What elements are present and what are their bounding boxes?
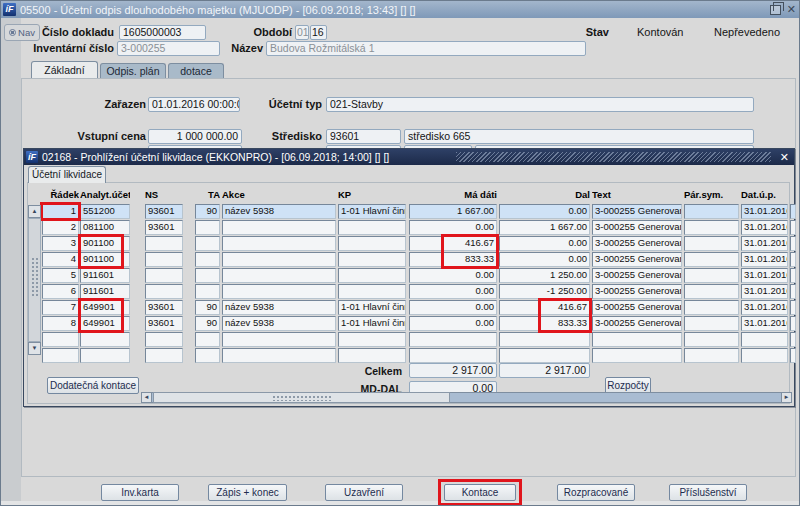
table-cell-ta[interactable] — [195, 332, 220, 347]
uzavreni-button[interactable]: Uzavření — [325, 484, 403, 501]
table-cell-parsym[interactable] — [684, 236, 739, 251]
zapis-konec-button[interactable]: Zápis + konec — [208, 484, 287, 501]
table-cell-text[interactable]: 3-000255 Generovaný — [592, 284, 682, 299]
table-cell-datup[interactable]: 31.01.2016 — [741, 300, 788, 315]
table-cell-ta[interactable]: 90 — [195, 316, 220, 331]
table-cell-datup[interactable] — [741, 348, 788, 363]
table-cell-akce[interactable] — [222, 284, 336, 299]
table-cell-partial[interactable] — [790, 284, 796, 299]
table-cell-parsym[interactable] — [684, 300, 739, 315]
table-cell-radek[interactable]: 8 — [42, 316, 79, 331]
dodatecna-kontace-button[interactable]: Dodatečná kontace — [47, 377, 139, 394]
zarazen-field[interactable]: 01.01.2016 00:00:01 — [148, 97, 240, 112]
tab-odpis-plan[interactable]: Odpis. plán — [100, 63, 166, 78]
table-cell-akce[interactable] — [222, 252, 336, 267]
table-cell-datup[interactable]: 31.01.2016 — [741, 220, 788, 235]
table-cell-parsym[interactable] — [684, 252, 739, 267]
tab-zakladni[interactable]: Základní — [31, 61, 98, 78]
table-cell-dal[interactable]: 0.00 — [499, 252, 590, 267]
table-cell-kp[interactable] — [338, 252, 406, 267]
table-cell-datup[interactable]: 31.01.2016 — [741, 316, 788, 331]
table-cell-ns[interactable]: 93601 — [145, 300, 183, 315]
table-cell-radek[interactable]: 5 — [42, 268, 79, 283]
tab-dotace[interactable]: dotace — [168, 63, 224, 78]
table-cell-partial[interactable] — [790, 300, 796, 315]
prislusenstvi-button[interactable]: Příslušenství — [669, 484, 747, 501]
table-cell-text[interactable]: 3-000255 Generovaný — [592, 204, 682, 219]
ucetni-typ-field[interactable]: 021-Stavby — [326, 97, 754, 112]
table-cell-analyt[interactable]: 911601 — [80, 268, 130, 283]
table-cell-partial[interactable] — [790, 252, 796, 267]
table-cell-kp[interactable] — [338, 220, 406, 235]
table-cell-akce[interactable] — [222, 348, 336, 363]
table-cell-radek[interactable] — [42, 332, 79, 347]
table-cell-ta[interactable] — [195, 268, 220, 283]
table-cell-akce[interactable]: název 5938 — [222, 316, 336, 331]
close-window-icon[interactable]: ✕ — [787, 2, 796, 16]
table-cell-madati[interactable] — [409, 332, 497, 347]
table-cell-parsym[interactable] — [684, 268, 739, 283]
obdobi-year-field[interactable]: 16 — [310, 25, 327, 40]
table-cell-parsym[interactable] — [684, 348, 739, 363]
tab-ucetni-likvidace[interactable]: Účetní likvidace — [28, 166, 106, 183]
table-cell-dal[interactable]: 0.00 — [499, 204, 590, 219]
table-cell-dal[interactable] — [499, 348, 590, 363]
table-cell-text[interactable]: 3-000255 Generovaný — [592, 316, 682, 331]
table-cell-radek[interactable]: 3 — [42, 236, 79, 251]
table-cell-partial[interactable] — [790, 268, 796, 283]
inv-karta-button[interactable]: Inv.karta — [101, 484, 179, 501]
cislo-dokladu-field[interactable]: 1605000003 — [119, 25, 206, 40]
rozpracovane-button[interactable]: Rozpracované — [557, 484, 635, 501]
table-cell-kp[interactable]: 1-01 Hlavní činn — [338, 204, 406, 219]
table-cell-ns[interactable] — [145, 348, 183, 363]
scroll-left-icon[interactable]: ◄ — [141, 392, 152, 403]
table-cell-datup[interactable] — [741, 332, 788, 347]
table-cell-ta[interactable] — [195, 284, 220, 299]
table-cell-ta[interactable] — [195, 220, 220, 235]
stredisko-code-field[interactable]: 93601 — [326, 129, 401, 144]
table-cell-kp[interactable] — [338, 236, 406, 251]
stredisko-name-field[interactable]: středisko 665 — [404, 129, 754, 144]
table-cell-ns[interactable] — [145, 252, 183, 267]
table-cell-kp[interactable]: 1-01 Hlavní činn — [338, 316, 406, 331]
scroll-right-icon[interactable]: ► — [781, 392, 792, 403]
table-cell-parsym[interactable] — [684, 204, 739, 219]
table-cell-datup[interactable]: 31.01.2016 — [741, 204, 788, 219]
scroll-down-icon[interactable]: ▼ — [28, 342, 41, 355]
table-cell-radek[interactable]: 2 — [42, 220, 79, 235]
table-cell-analyt[interactable]: 911601 — [80, 284, 130, 299]
nazev-field[interactable]: Budova Rožmitálská 1 — [266, 41, 586, 56]
table-cell-dal[interactable]: -1 250.00 — [499, 284, 590, 299]
table-cell-partial[interactable] — [790, 220, 796, 235]
table-cell-analyt[interactable] — [80, 332, 130, 347]
table-cell-analyt[interactable]: 081100 — [80, 220, 130, 235]
table-cell-partial[interactable] — [790, 204, 796, 219]
table-cell-madati[interactable]: 0.00 — [409, 268, 497, 283]
table-cell-datup[interactable]: 31.01.2016 — [741, 284, 788, 299]
table-cell-datup[interactable]: 31.01.2016 — [741, 236, 788, 251]
table-cell-ns[interactable] — [145, 284, 183, 299]
restore-window-icon[interactable] — [770, 5, 781, 15]
table-cell-partial[interactable] — [790, 236, 796, 251]
table-cell-ns[interactable] — [145, 236, 183, 251]
table-cell-kp[interactable] — [338, 332, 406, 347]
table-cell-madati[interactable]: 0.00 — [409, 300, 497, 315]
table-cell-dal[interactable]: 1 667.00 — [499, 220, 590, 235]
table-cell-ta[interactable]: 90 — [195, 204, 220, 219]
table-cell-partial[interactable] — [790, 332, 796, 347]
obdobi-month-field[interactable]: 01 — [295, 25, 309, 40]
table-cell-dal[interactable]: 0.00 — [499, 236, 590, 251]
table-cell-ta[interactable] — [195, 252, 220, 267]
table-cell-madati[interactable] — [409, 348, 497, 363]
table-cell-partial[interactable] — [790, 316, 796, 331]
table-cell-ns[interactable] — [145, 332, 183, 347]
inventarni-cislo-field[interactable]: 3-000255 — [117, 41, 220, 56]
vstupni-cena-field[interactable]: 1 000 000.00 — [148, 129, 242, 144]
table-cell-text[interactable]: 3-000255 Generovaný — [592, 268, 682, 283]
table-cell-ns[interactable] — [145, 268, 183, 283]
table-cell-ns[interactable]: 93601 — [145, 316, 183, 331]
table-cell-dal[interactable]: 1 250.00 — [499, 268, 590, 283]
table-cell-radek[interactable]: 4 — [42, 252, 79, 267]
table-cell-madati[interactable]: 1 667.00 — [409, 204, 497, 219]
table-cell-analyt[interactable] — [80, 348, 130, 363]
